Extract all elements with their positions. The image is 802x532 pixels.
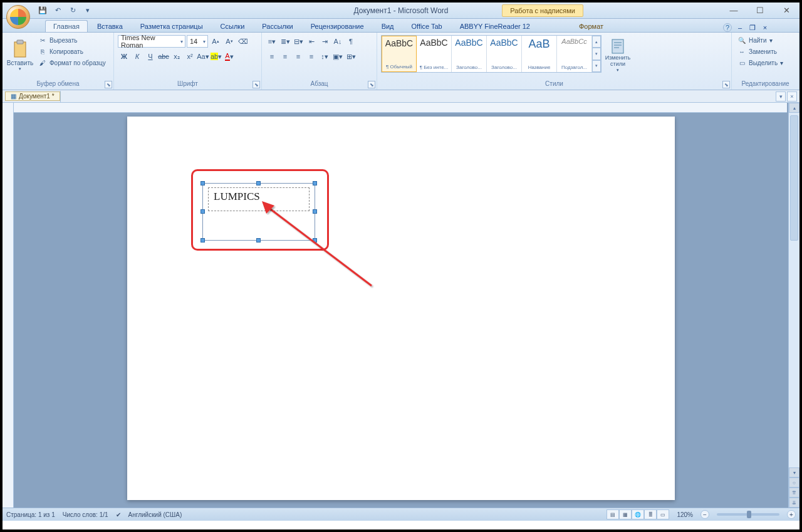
resize-handle[interactable] [313,209,317,214]
highlight-button[interactable]: ab▾ [210,50,222,63]
outline-view[interactable]: ≣ [644,509,657,519]
style-nospace[interactable]: AaBbC¶ Без инте... [417,36,452,72]
clear-format-button[interactable]: ⌫ [237,35,249,48]
style-heading2[interactable]: AaBbCЗаголово... [487,36,522,72]
style-title[interactable]: АаВНазвание [522,36,557,72]
superscript-button[interactable]: x² [184,50,196,63]
browse-object[interactable]: ○ [789,477,799,488]
resize-handle[interactable] [200,181,205,185]
mdi-minimize-icon[interactable]: – [736,23,744,32]
undo-button[interactable]: ↶ [51,4,64,17]
mdi-restore-icon[interactable]: ❐ [748,23,757,32]
paragraph-launcher[interactable]: ⬊ [368,81,375,88]
grow-font-button[interactable]: A▴ [209,35,222,48]
decrease-indent-button[interactable]: ⇤ [305,35,318,48]
font-size-combo[interactable]: 14 [187,35,208,48]
mdi-close-icon[interactable]: × [761,23,769,32]
align-center-button[interactable]: ≡ [279,50,291,63]
resize-handle[interactable] [256,238,261,243]
doctab-close[interactable]: × [787,91,797,102]
spell-check-icon[interactable]: ✔ [116,511,121,518]
borders-button[interactable]: ⊞▾ [345,50,357,63]
paste-button[interactable]: Вставить▾ [6,35,34,75]
font-color-button[interactable]: A▾ [223,50,236,63]
ruler-vertical[interactable] [3,103,14,508]
tab-insert[interactable]: Вставка [89,20,131,32]
change-styles-button[interactable]: Изменить стили▾ [604,35,632,75]
pilcrow-button[interactable]: ¶ [345,35,357,48]
print-layout-view[interactable]: ▤ [607,509,619,519]
find-button[interactable]: 🔍Найти ▾ [736,35,795,45]
save-button[interactable]: 💾 [36,4,49,17]
font-launcher[interactable]: ⬊ [253,81,260,88]
copy-button[interactable]: ⎘Копировать [36,46,108,56]
bullets-button[interactable]: ≡▾ [266,35,278,48]
draft-view[interactable]: ▭ [657,509,669,519]
ruler-horizontal[interactable] [14,103,787,113]
textbox-shape[interactable]: LUMPICS [202,183,315,241]
resize-handle[interactable] [256,181,261,185]
italic-button[interactable]: К [131,50,143,63]
word-count[interactable]: Число слов: 1/1 [63,511,108,518]
gallery-scroll[interactable]: ▴▾▾ [592,36,601,72]
resize-handle[interactable] [200,209,205,214]
close-button[interactable]: ✕ [773,4,799,18]
shrink-font-button[interactable]: A▾ [223,35,236,48]
resize-handle[interactable] [200,238,205,243]
tab-abbyy[interactable]: ABBYY FineReader 12 [452,20,538,32]
tab-office[interactable]: Office Tab [404,20,450,32]
font-name-combo[interactable]: Times New Roman [118,35,185,48]
styles-launcher[interactable]: ⬊ [722,81,730,88]
tab-view[interactable]: Вид [373,20,402,32]
scroll-up[interactable]: ▴ [789,103,799,113]
shading-button[interactable]: ▣▾ [331,50,344,63]
subscript-button[interactable]: x₂ [170,50,183,63]
tab-review[interactable]: Рецензирование [303,20,372,32]
format-painter-button[interactable]: 🖌Формат по образцу [36,58,108,68]
language-indicator[interactable]: Английский (США) [128,511,182,518]
web-view[interactable]: 🌐 [632,509,644,519]
zoom-in-button[interactable]: + [787,510,796,519]
scroll-down[interactable]: ▾ [789,467,799,477]
change-case-button[interactable]: Aa▾ [197,50,209,63]
scrollbar-vertical[interactable]: ▴ ▾ ○ ⇈ ⇊ [788,103,799,508]
prev-page[interactable]: ⇈ [789,488,799,498]
multilevel-button[interactable]: ⊟▾ [292,35,305,48]
underline-button[interactable]: Ч [144,50,157,63]
resize-handle[interactable] [313,181,317,185]
clipboard-launcher[interactable]: ⬊ [105,81,112,88]
document-area[interactable]: LUMPICS [14,103,788,508]
style-subtitle[interactable]: AaBbCcПодзагол... [557,36,592,72]
document-tab[interactable]: ▦ Документ1 * [5,91,60,101]
tab-home[interactable]: Главная [45,20,88,32]
select-button[interactable]: ▭Выделить ▾ [736,58,795,68]
doctab-menu[interactable]: ▾ [776,91,786,102]
fullscreen-view[interactable]: ▦ [619,509,632,519]
textbox-content[interactable]: LUMPICS [208,187,310,211]
increase-indent-button[interactable]: ⇥ [318,35,331,48]
help-icon[interactable]: ? [723,23,732,32]
resize-handle[interactable] [313,238,317,243]
redo-button[interactable]: ↻ [66,4,79,17]
tab-mail[interactable]: Рассылки [254,20,301,32]
maximize-button[interactable]: ☐ [747,4,773,18]
tab-refs[interactable]: Ссылки [212,20,253,32]
justify-button[interactable]: ≡ [305,50,318,63]
sort-button[interactable]: A↓ [331,35,344,48]
align-left-button[interactable]: ≡ [266,50,278,63]
minimize-button[interactable]: — [721,4,747,18]
strike-button[interactable]: abc [157,50,170,63]
page[interactable]: LUMPICS [127,117,675,500]
style-normal[interactable]: AaBbC¶ Обычный [382,36,417,72]
scrollbar-thumb[interactable] [790,115,798,241]
qat-menu[interactable]: ▾ [81,4,94,17]
replace-button[interactable]: ↔Заменить [736,46,795,56]
office-button[interactable] [6,5,30,29]
numbering-button[interactable]: ≣▾ [279,35,291,48]
cut-button[interactable]: ✂Вырезать [36,35,108,45]
line-spacing-button[interactable]: ↕▾ [318,50,331,63]
bold-button[interactable]: Ж [118,50,130,63]
style-heading1[interactable]: AaBbCЗаголово... [452,36,487,72]
zoom-out-button[interactable]: − [700,510,709,519]
zoom-slider[interactable] [717,513,779,516]
